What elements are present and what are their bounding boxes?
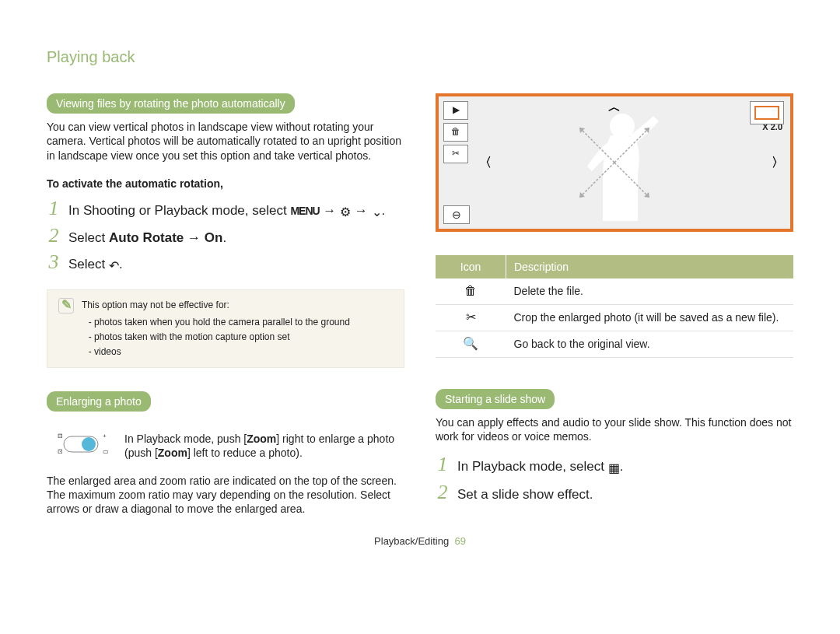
- icon-description-table: Icon Description 🗑 Delete the file. ✂ Cr…: [436, 255, 793, 358]
- pill-slideshow: Starting a slide show: [436, 389, 555, 409]
- arrow-right-icon: 〉: [772, 155, 784, 171]
- step2-c: →: [184, 230, 204, 245]
- th-desc: Description: [506, 255, 794, 278]
- ss-crop-icon: ✂: [443, 145, 468, 163]
- step-number: 2: [436, 482, 450, 503]
- row-desc: Delete the file.: [506, 278, 794, 304]
- slideshow-intro: You can apply effects and audio to your …: [436, 415, 793, 443]
- table-row: 🔍 Go back to the original view.: [436, 331, 793, 357]
- enlarge-zoom2: Zoom: [158, 447, 187, 459]
- step1-arrow1: →: [320, 203, 340, 218]
- zoom-push-block: ⊟ ⊡ + ▭ In Playback mode, push [Zoom] ri…: [47, 432, 404, 460]
- enlarge-a: In Playback mode, push [: [124, 433, 247, 445]
- svg-text:⊡: ⊡: [58, 448, 63, 455]
- slideshow-steps: 1 In Playback mode, select ▦. 2 Set a sl…: [436, 454, 793, 503]
- enlarge-screenshot: ▶ 🗑 ✂ ⊖ X 2.0 ︿ ﹀ 〈 〉: [436, 93, 793, 232]
- slide-step1-a: In Playback mode, select: [457, 459, 608, 474]
- ss-trash-icon: 🗑: [443, 123, 468, 142]
- note-item: photos taken with the motion capture opt…: [94, 330, 350, 344]
- note-item: videos: [94, 345, 350, 359]
- step1-text-a: In Shooting or Playback mode, select: [68, 203, 290, 218]
- magnify-icon: 🔍: [463, 337, 478, 350]
- step-number: 1: [47, 198, 61, 219]
- step-number: 1: [436, 454, 450, 475]
- activate-heading: To activate the automatic rotation,: [47, 177, 404, 191]
- ss-play-icon: ▶: [443, 101, 468, 120]
- step3-b: .: [119, 257, 123, 271]
- enlarge-e: ] left to reduce a photo).: [187, 447, 303, 459]
- trash-icon: 🗑: [464, 284, 477, 297]
- crop-icon: ✂: [466, 310, 476, 324]
- svg-text:+: +: [103, 433, 107, 440]
- note-item: photos taken when you hold the camera pa…: [94, 315, 350, 329]
- row-desc: Crop the enlarged photo (it will be save…: [506, 304, 794, 331]
- row-desc: Go back to the original view.: [506, 331, 794, 357]
- step2-a: Select: [68, 230, 109, 245]
- left-column: Viewing files by rotating the photo auto…: [47, 93, 404, 517]
- footer-page-number: 69: [454, 535, 465, 547]
- svg-text:⊟: ⊟: [58, 433, 63, 440]
- step1-gear-arrow: →: [351, 203, 371, 218]
- back-icon: ↶: [109, 259, 119, 272]
- step1-end: .: [382, 203, 386, 218]
- step-number: 3: [47, 252, 61, 272]
- step-number: 2: [47, 226, 61, 246]
- zoom-lever-icon: ⊟ ⊡ + ▭: [47, 433, 115, 458]
- ss-person-silhouette: [556, 104, 673, 221]
- gear-icon: ⚙: [340, 205, 351, 219]
- slideshow-icon: ▦: [608, 461, 620, 475]
- right-column: ▶ 🗑 ✂ ⊖ X 2.0 ︿ ﹀ 〈 〉: [436, 93, 793, 517]
- step2-on: On: [205, 230, 223, 245]
- svg-text:▭: ▭: [103, 448, 109, 455]
- enlarge-body: The enlarged area and zoom ratio are ind…: [47, 474, 404, 517]
- menu-icon: MENU: [290, 205, 319, 217]
- enlarge-zoom1: Zoom: [247, 433, 276, 445]
- table-row: 🗑 Delete the file.: [436, 278, 793, 304]
- auto-rotate-intro: You can view vertical photos in landscap…: [47, 120, 404, 163]
- step2-auto-rotate: Auto Rotate: [109, 230, 184, 245]
- th-icon: Icon: [436, 255, 506, 278]
- note-list: photos taken when you hold the camera pa…: [82, 315, 350, 359]
- chevron-down-icon: ⌄: [372, 205, 382, 219]
- ss-zoom-out-icon: ⊖: [443, 205, 470, 224]
- table-row: ✂ Crop the enlarged photo (it will be sa…: [436, 304, 793, 331]
- step3-a: Select: [68, 257, 109, 271]
- page-footer: Playback/Editing 69: [47, 535, 793, 548]
- note-lead: This option may not be effective for:: [82, 299, 229, 310]
- slide-step1-b: .: [620, 459, 624, 474]
- step2-e: .: [222, 230, 226, 245]
- ss-thumbnail: [750, 101, 784, 124]
- footer-section: Playback/Editing: [374, 535, 449, 547]
- slide-step2: Set a slide show effect.: [457, 485, 793, 504]
- note-box: ✎ This option may not be effective for: …: [47, 289, 404, 368]
- page-title: Playing back: [47, 47, 793, 67]
- pill-enlarge: Enlarging a photo: [47, 391, 151, 412]
- auto-rotate-steps: 1 In Shooting or Playback mode, select M…: [47, 198, 404, 275]
- arrow-left-icon: 〈: [479, 155, 492, 171]
- note-icon: ✎: [58, 298, 74, 313]
- pill-auto-rotate: Viewing files by rotating the photo auto…: [47, 93, 295, 114]
- svg-point-1: [82, 437, 96, 451]
